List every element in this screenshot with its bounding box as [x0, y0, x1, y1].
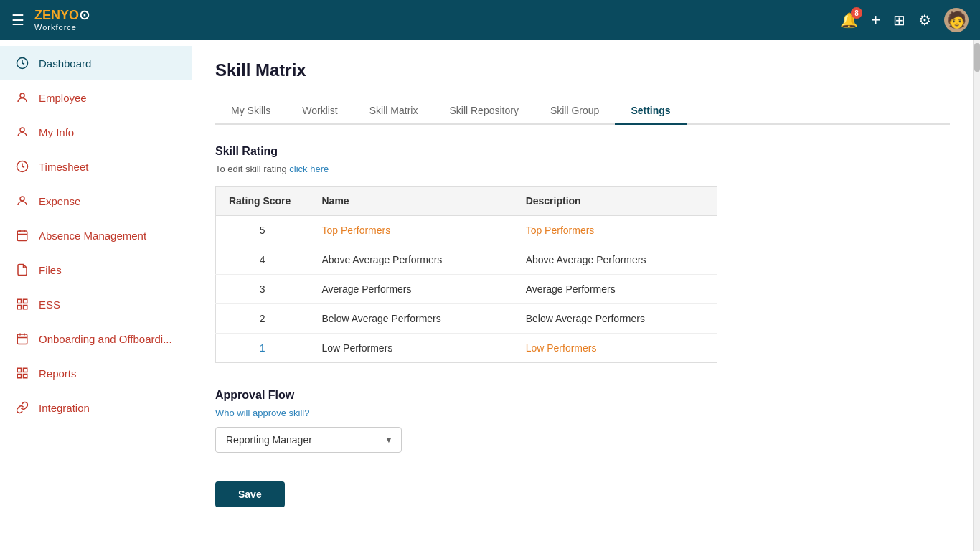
sidebar-label-myinfo: My Info — [39, 126, 74, 138]
notification-badge: 8 — [851, 7, 862, 19]
sidebar-label-onboarding: Onboarding and Offboardi... — [39, 333, 172, 345]
sidebar-item-expense[interactable]: Expense — [0, 184, 192, 218]
sidebar-label-integration: Integration — [39, 402, 90, 414]
sidebar-label-files: Files — [39, 264, 62, 276]
svg-rect-5 — [17, 231, 27, 241]
svg-rect-19 — [17, 375, 21, 378]
approval-manager-select[interactable]: Reporting ManagerHR ManagerDirect Manage… — [215, 427, 402, 453]
table-row: 1Low PerformersLow Performers — [216, 334, 717, 363]
app-layout: Dashboard Employee My Info Timesheet Exp… — [0, 40, 980, 551]
expense-icon — [14, 193, 30, 209]
save-button[interactable]: Save — [215, 481, 285, 507]
approval-flow-section: Approval Flow Who will approve skill? Re… — [215, 389, 950, 453]
edit-hint: To edit skill rating click here — [215, 164, 950, 174]
table-row: 5Top PerformersTop Performers — [216, 216, 717, 245]
table-row: 3Average PerformersAverage Performers — [216, 275, 717, 304]
logo-name: ZENYO⊙ — [34, 9, 90, 23]
rating-score-link[interactable]: 1 — [260, 342, 265, 354]
svg-rect-11 — [17, 306, 21, 309]
top-navigation: ☰ ZENYO⊙ Workforce 🔔 8 + ⊞ ⚙ 🧑 — [0, 0, 980, 40]
sidebar: Dashboard Employee My Info Timesheet Exp… — [0, 40, 192, 551]
employee-icon — [14, 90, 30, 105]
sidebar-label-timesheet: Timesheet — [39, 161, 88, 173]
sidebar-item-onboarding[interactable]: Onboarding and Offboardi... — [0, 321, 192, 356]
page-title: Skill Matrix — [215, 60, 950, 80]
rating-score-cell: 5 — [216, 216, 309, 245]
rating-name-cell: Low Performers — [309, 334, 513, 363]
sidebar-item-integration[interactable]: Integration — [0, 390, 192, 425]
rating-desc-cell: Top Performers — [513, 216, 717, 245]
tab-skillmatrix[interactable]: Skill Matrix — [354, 98, 434, 123]
sidebar-item-files[interactable]: Files — [0, 253, 192, 287]
tab-worklist[interactable]: Worklist — [286, 98, 354, 123]
onboarding-icon — [14, 331, 30, 347]
hamburger-menu[interactable]: ☰ — [11, 11, 24, 29]
rating-name-cell: Below Average Performers — [309, 304, 513, 334]
sidebar-item-dashboard[interactable]: Dashboard — [0, 46, 192, 80]
add-icon[interactable]: + — [871, 11, 880, 29]
svg-rect-12 — [24, 306, 27, 309]
approval-flow-title: Approval Flow — [215, 389, 950, 402]
grid-icon[interactable]: ⊞ — [893, 11, 905, 29]
absence-icon — [14, 227, 30, 243]
svg-rect-10 — [24, 299, 27, 303]
topnav-icons: 🔔 8 + ⊞ ⚙ 🧑 — [840, 8, 969, 32]
col-header-name: Name — [309, 187, 513, 216]
logo-subtitle: Workforce — [34, 23, 90, 32]
sidebar-item-ess[interactable]: ESS — [0, 287, 192, 321]
svg-rect-18 — [24, 368, 27, 372]
sidebar-item-absence[interactable]: Absence Management — [0, 218, 192, 253]
rating-table: Rating Score Name Description 5Top Perfo… — [215, 186, 717, 363]
click-here-link[interactable]: click here — [289, 164, 329, 174]
tab-settings[interactable]: Settings — [615, 98, 686, 123]
sidebar-label-ess: ESS — [39, 298, 60, 311]
dashboard-icon — [14, 55, 30, 71]
scrollbar-track[interactable] — [973, 40, 980, 551]
app-logo: ZENYO⊙ Workforce — [34, 9, 90, 32]
svg-rect-9 — [17, 299, 21, 303]
skill-rating-section: Skill Rating To edit skill rating click … — [215, 145, 950, 363]
sidebar-item-reports[interactable]: Reports — [0, 356, 192, 390]
table-row: 4Above Average PerformersAbove Average P… — [216, 245, 717, 275]
reports-icon — [14, 365, 30, 381]
scrollbar-thumb[interactable] — [974, 43, 980, 72]
tab-skillgroup[interactable]: Skill Group — [534, 98, 615, 123]
ess-icon — [14, 296, 30, 312]
sidebar-label-expense: Expense — [39, 195, 80, 207]
sidebar-item-employee[interactable]: Employee — [0, 80, 192, 115]
col-header-description: Description — [513, 187, 717, 216]
rating-desc-cell: Below Average Performers — [513, 304, 717, 334]
svg-point-1 — [20, 93, 24, 98]
rating-desc-cell: Average Performers — [513, 275, 717, 304]
svg-rect-20 — [24, 375, 27, 378]
notification-bell[interactable]: 🔔 8 — [840, 11, 858, 29]
svg-rect-17 — [17, 368, 21, 372]
rating-score-cell: 3 — [216, 275, 309, 304]
approval-select-wrapper: Reporting ManagerHR ManagerDirect Manage… — [215, 427, 402, 453]
table-row: 2Below Average PerformersBelow Average P… — [216, 304, 717, 334]
sidebar-item-myinfo[interactable]: My Info — [0, 115, 192, 149]
rating-desc-cell: Low Performers — [513, 334, 717, 363]
rating-score-cell: 4 — [216, 245, 309, 275]
tab-skillrepository[interactable]: Skill Repository — [433, 98, 534, 123]
sidebar-item-timesheet[interactable]: Timesheet — [0, 149, 192, 184]
rating-score-cell: 1 — [216, 334, 309, 363]
sidebar-label-dashboard: Dashboard — [39, 57, 91, 70]
rating-name-cell: Top Performers — [309, 216, 513, 245]
myinfo-icon — [14, 124, 30, 140]
files-icon — [14, 262, 30, 278]
rating-desc-cell: Above Average Performers — [513, 245, 717, 275]
tab-bar: My Skills Worklist Skill Matrix Skill Re… — [215, 98, 950, 125]
svg-rect-13 — [17, 334, 27, 344]
user-avatar[interactable]: 🧑 — [944, 8, 969, 32]
skill-rating-title: Skill Rating — [215, 145, 950, 158]
tab-myskills[interactable]: My Skills — [215, 98, 286, 123]
sidebar-label-reports: Reports — [39, 367, 77, 380]
svg-point-4 — [20, 197, 24, 201]
approval-question: Who will approve skill? — [215, 408, 950, 418]
sidebar-label-absence: Absence Management — [39, 230, 146, 242]
timesheet-icon — [14, 159, 30, 174]
sidebar-label-employee: Employee — [39, 92, 87, 104]
rating-name-cell: Average Performers — [309, 275, 513, 304]
settings-icon[interactable]: ⚙ — [918, 11, 931, 29]
